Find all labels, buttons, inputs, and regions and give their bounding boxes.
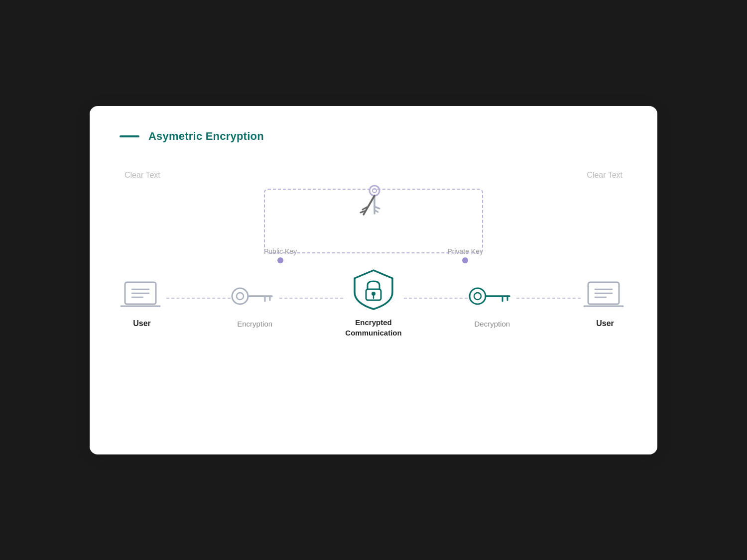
svg-point-22 xyxy=(474,293,481,300)
encryption-key-icon xyxy=(231,282,278,310)
user-right-icon xyxy=(583,277,627,314)
user-left-node: User xyxy=(120,277,164,328)
laptop-left-icon xyxy=(121,278,163,313)
encryption-node: Encryption xyxy=(233,277,277,328)
svg-point-13 xyxy=(232,288,248,304)
title-row: Asymetric Encryption xyxy=(120,130,627,143)
svg-point-0 xyxy=(370,186,379,196)
cleartext-right-label: Clear Text xyxy=(563,171,627,180)
title-dash-icon xyxy=(120,135,139,137)
user-left-label: User xyxy=(133,319,151,328)
main-diagram-row: User Encryption xyxy=(120,267,627,338)
user-left-icon xyxy=(120,277,164,314)
encryption-icon-wrap xyxy=(233,277,277,315)
keys-icon-wrap xyxy=(354,184,393,228)
svg-point-21 xyxy=(470,288,486,304)
cleartext-left-label: Clear Text xyxy=(120,171,184,180)
connector-1 xyxy=(166,298,231,299)
private-key-label: Private Key xyxy=(447,247,483,255)
public-key-label: Public Key xyxy=(264,247,297,255)
svg-line-5 xyxy=(364,196,374,215)
encryption-label: Encryption xyxy=(237,320,272,328)
svg-point-1 xyxy=(373,189,376,193)
encrypted-comm-label: EncryptedCommunication xyxy=(345,317,401,338)
decryption-label: Decryption xyxy=(475,320,510,328)
public-key-col: Public Key xyxy=(264,247,297,263)
decryption-icon-wrap xyxy=(470,277,514,315)
main-card: Asymetric Encryption Clear Text Clear Te… xyxy=(90,106,657,454)
public-key-dot xyxy=(277,257,283,263)
top-keys-section: Public Key Private Key xyxy=(120,184,627,263)
decryption-key-icon xyxy=(469,282,516,310)
shield-lock-icon xyxy=(349,267,398,312)
encrypted-comm-node: EncryptedCommunication xyxy=(345,267,401,338)
private-key-col: Private Key xyxy=(447,247,483,263)
diagram-container: Clear Text Clear Text xyxy=(120,171,627,338)
private-key-dot xyxy=(462,257,468,263)
cleartext-row: Clear Text Clear Text xyxy=(120,171,627,180)
shield-icon-wrap xyxy=(349,267,398,312)
connector-4 xyxy=(516,298,581,299)
user-right-node: User xyxy=(583,277,627,328)
svg-point-14 xyxy=(237,293,244,300)
connector-2 xyxy=(279,298,344,299)
keys-icon xyxy=(354,184,393,228)
laptop-right-icon xyxy=(584,278,626,313)
page-title: Asymetric Encryption xyxy=(148,130,264,143)
decryption-node: Decryption xyxy=(470,277,514,328)
user-right-label: User xyxy=(596,319,614,328)
connector-3 xyxy=(404,298,468,299)
